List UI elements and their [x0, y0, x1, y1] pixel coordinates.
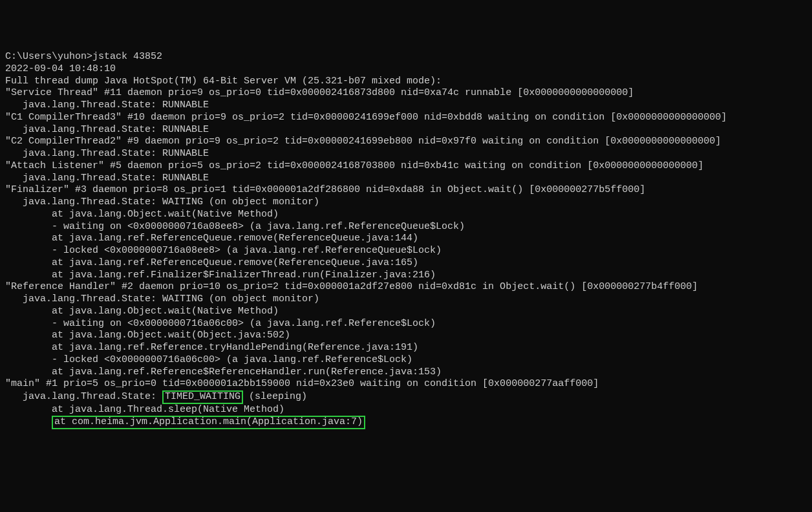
- stack-frame: at java.lang.ref.Reference.tryHandlePend…: [5, 342, 807, 354]
- state-highlight: TIMED_WAITING: [162, 390, 243, 404]
- thread-state: java.lang.Thread.State: RUNNABLE: [5, 124, 807, 136]
- stack-frame-highlighted: at com.heima.jvm.Application.main(Applic…: [5, 416, 807, 429]
- thread-title: "C1 CompilerThread3" #10 daemon prio=9 o…: [5, 112, 807, 124]
- stack-prefix: [5, 416, 52, 427]
- stack-frame: - waiting on <0x0000000716a08ee8> (a jav…: [5, 221, 807, 233]
- thread-title: "Attach Listener" #5 daemon prio=5 os_pr…: [5, 160, 807, 173]
- stack-frame: at java.lang.ref.Reference$ReferenceHand…: [5, 367, 807, 379]
- stack-frame: - locked <0x0000000716a08ee8> (a java.la…: [5, 245, 807, 257]
- thread-state: java.lang.Thread.State: WAITING (on obje…: [5, 293, 807, 306]
- thread-title: "C2 CompilerThread2" #9 daemon prio=9 os…: [5, 136, 807, 148]
- state-prefix: java.lang.Thread.State:: [5, 391, 162, 402]
- stack-frame: at java.lang.Object.wait(Object.java:502…: [5, 330, 807, 342]
- thread-state: java.lang.Thread.State: WAITING (on obje…: [5, 197, 807, 209]
- thread-title-main: "main" #1 prio=5 os_prio=0 tid=0x000001a…: [5, 378, 807, 390]
- stack-frame: - waiting on <0x0000000716a06c00> (a jav…: [5, 318, 807, 330]
- stack-frame: at java.lang.Object.wait(Native Method): [5, 306, 807, 318]
- stack-frame: at java.lang.ref.ReferenceQueue.remove(R…: [5, 257, 807, 270]
- dump-header: Full thread dump Java HotSpot(TM) 64-Bit…: [5, 76, 807, 88]
- thread-state: java.lang.Thread.State: RUNNABLE: [5, 100, 807, 112]
- terminal-output: C:\Users\yuhon>jstack 438522022-09-04 10…: [5, 51, 807, 429]
- thread-title: "Service Thread" #11 daemon prio=9 os_pr…: [5, 87, 807, 100]
- thread-title: "Finalizer" #3 daemon prio=8 os_prio=1 t…: [5, 184, 807, 197]
- thread-state-main: java.lang.Thread.State: TIMED_WAITING (s…: [5, 390, 807, 404]
- thread-state: java.lang.Thread.State: RUNNABLE: [5, 148, 807, 160]
- timestamp: 2022-09-04 10:48:10: [5, 63, 807, 76]
- thread-state: java.lang.Thread.State: RUNNABLE: [5, 173, 807, 185]
- stack-frame: at java.lang.Object.wait(Native Method): [5, 209, 807, 221]
- thread-title: "Reference Handler" #2 daemon prio=10 os…: [5, 281, 807, 293]
- command-prompt: C:\Users\yuhon>jstack 43852: [5, 51, 807, 63]
- stack-frame: at java.lang.Thread.sleep(Native Method): [5, 404, 807, 416]
- stack-frame: - locked <0x0000000716a06c00> (a java.la…: [5, 354, 807, 367]
- state-suffix: (sleeping): [243, 391, 307, 402]
- stack-frame: at java.lang.ref.ReferenceQueue.remove(R…: [5, 233, 807, 245]
- stack-frame: at java.lang.ref.Finalizer$FinalizerThre…: [5, 270, 807, 282]
- stack-highlight: at com.heima.jvm.Application.main(Applic…: [52, 416, 365, 429]
